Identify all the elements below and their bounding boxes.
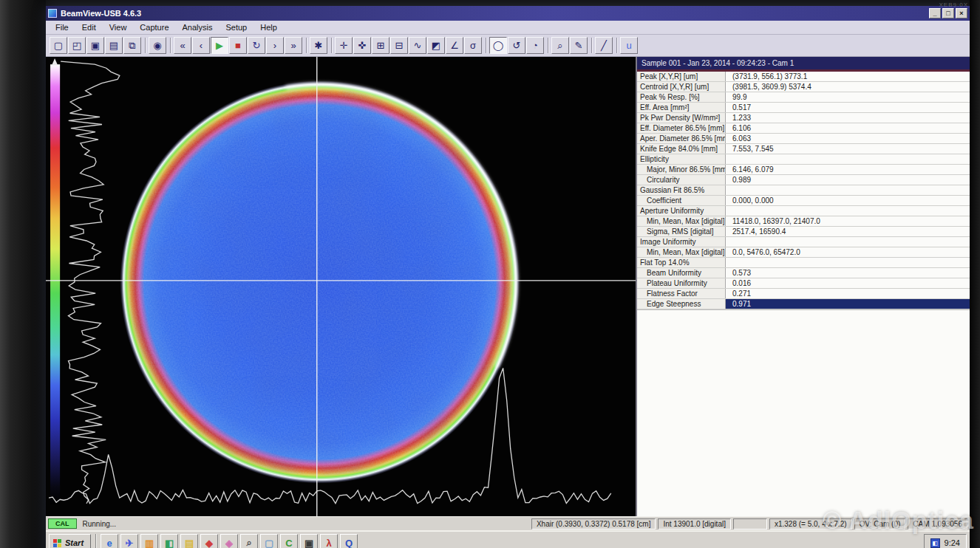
menu-setup[interactable]: Setup [219, 22, 253, 32]
stats-label: Aperture Uniformity [637, 206, 726, 216]
stats-value: 0.573 [726, 268, 970, 278]
stats-label: Circularity [637, 175, 726, 185]
taskbar-icon-1[interactable]: e [101, 534, 118, 548]
stats-label: Peak % Resp. [%] [637, 92, 726, 102]
taskbar-icon-4[interactable]: ◧ [160, 534, 178, 548]
toolbar-separator [145, 38, 146, 53]
stats-row[interactable]: Flatness Factor0.271 [637, 289, 970, 299]
stats-row[interactable]: Image Uniformity [637, 237, 970, 247]
capture-button[interactable]: ◉ [149, 37, 166, 54]
cal-badge[interactable]: CAL [48, 518, 77, 529]
stats-row[interactable]: Major, Minor 86.5% [mm]6.146, 6.079 [637, 165, 970, 175]
taskbar-icon-7[interactable]: ◈ [220, 534, 238, 548]
stats-value: 0.971 [726, 299, 970, 309]
print-button[interactable]: ▤ [105, 37, 123, 54]
stats-row[interactable]: Aperture Uniformity [637, 206, 970, 216]
clip-level-button[interactable]: ◔ [526, 37, 544, 54]
taskbar-icon-8[interactable]: ⌕ [240, 534, 258, 548]
annotate-button[interactable]: ✎ [570, 37, 588, 54]
move-crosshair-button[interactable]: ✜ [353, 37, 371, 54]
stats-row[interactable]: Coefficient0.000, 0.000 [637, 196, 970, 206]
stats-row[interactable]: Beam Uniformity0.573 [637, 268, 970, 278]
stats-row[interactable]: Pk Pwr Density [W/mm²]1.233 [637, 113, 970, 123]
aperture-circle-button[interactable]: ◯ [489, 37, 507, 54]
sigma-button[interactable]: σ [464, 37, 482, 54]
taskbar-icon-6[interactable]: ◆ [200, 534, 218, 548]
h-axis-button[interactable]: ⊞ [372, 37, 389, 54]
cursor-tools-button[interactable]: ◩ [427, 37, 445, 54]
menu-file[interactable]: File [49, 22, 75, 32]
tray-app-icon[interactable]: ◧ [930, 538, 940, 548]
next-frame-button[interactable]: › [266, 37, 284, 54]
open-button[interactable]: ◰ [68, 37, 86, 54]
stats-row[interactable]: Plateau Uniformity0.016 [637, 278, 970, 289]
stats-value [726, 258, 970, 267]
v-axis-button[interactable]: ⊟ [390, 37, 408, 54]
menu-edit[interactable]: Edit [75, 22, 103, 32]
menu-view[interactable]: View [103, 22, 134, 32]
stats-label: Knife Edge 84.0% [mm] [637, 144, 726, 154]
taskbar-icon-12[interactable]: λ [320, 534, 338, 548]
zoom-button[interactable]: ⌕ [551, 37, 569, 54]
stats-value: (3981.5, 3609.9) 5374.4 [726, 82, 970, 92]
monitor-screen: BeamView-USB 4.6.3 _□× FileEditViewCaptu… [46, 6, 970, 548]
stats-row[interactable]: Ellipticity [637, 154, 970, 165]
slope-button[interactable]: ∿ [409, 37, 426, 54]
taskbar-icon-11[interactable]: ▣ [300, 534, 318, 548]
app-icon [48, 9, 57, 18]
camera-settings-button[interactable]: ✱ [310, 37, 327, 54]
stats-row[interactable]: Knife Edge 84.0% [mm]7.553, 7.545 [637, 144, 970, 154]
taskbar-icon-9[interactable]: ▢ [260, 534, 278, 548]
taskbar-icon-2[interactable]: ✈ [120, 534, 138, 548]
stats-row[interactable]: Aper. Diameter 86.5% [mm]6.063 [637, 134, 970, 144]
stats-row[interactable]: Edge Steepness0.971 [637, 299, 970, 309]
bias-readout [733, 518, 767, 530]
stats-row[interactable]: Min, Mean, Max [digital]11418.0, 16397.0… [637, 216, 970, 227]
stats-label: Min, Mean, Max [digital] [637, 247, 726, 257]
stats-row[interactable]: Eff. Area [mm²]0.517 [637, 103, 970, 113]
stats-row[interactable]: Eff. Diameter 86.5% [mm]6.106 [637, 123, 970, 134]
crosshair-button[interactable]: ✛ [335, 37, 353, 54]
stats-row[interactable]: Peak [X,Y,R] [um](3731.9, 556.1) 3773.1 [637, 72, 970, 82]
stats-value [726, 237, 970, 247]
stats-row[interactable]: Peak % Resp. [%]99.9 [637, 92, 970, 103]
stats-row[interactable]: Flat Top 14.0% [637, 258, 970, 268]
stats-value: 0.989 [726, 175, 970, 185]
beam-image-canvas[interactable] [46, 57, 636, 516]
start-button[interactable]: Start [49, 534, 91, 548]
maximize-button[interactable]: □ [942, 8, 954, 18]
save-button[interactable]: ▣ [86, 37, 104, 54]
taskbar-icon-13[interactable]: Q [340, 534, 358, 548]
first-frame-button[interactable]: « [174, 37, 191, 54]
taskbar-icon-3[interactable]: ▥ [140, 534, 158, 548]
refresh-button[interactable]: ↻ [248, 37, 265, 54]
cam-readout: CAM 1.093056 [908, 518, 967, 530]
menu-help[interactable]: Help [253, 22, 284, 32]
prev-frame-button[interactable]: ‹ [192, 37, 210, 54]
stats-value: (3731.9, 556.1) 3773.1 [726, 72, 970, 81]
fit-line-button[interactable]: ∠ [446, 37, 463, 54]
record-button[interactable]: ■ [229, 37, 247, 54]
stats-row[interactable]: Centroid [X,Y,R] [um](3981.5, 3609.9) 53… [637, 82, 970, 92]
taskbar-icon-10[interactable]: C [280, 534, 298, 548]
sample-header: Sample 001 - Jan 23, 2014 - 09:24:23 - C… [637, 57, 970, 72]
last-frame-button[interactable]: » [285, 37, 302, 54]
copy-button[interactable]: ⧉ [123, 37, 141, 54]
stats-row[interactable]: Circularity0.989 [637, 175, 970, 185]
new-button[interactable]: ▢ [50, 37, 67, 54]
line-tool-button[interactable]: ╱ [595, 37, 613, 54]
minimize-button[interactable]: _ [929, 8, 941, 18]
camera-osd-text: XEB9:0X [939, 1, 968, 8]
stats-row[interactable]: Gaussian Fit 86.5% [637, 185, 970, 196]
rotate-button[interactable]: ↺ [508, 37, 525, 54]
misc-button[interactable]: u [620, 37, 638, 54]
menu-analysis[interactable]: Analysis [176, 22, 220, 32]
play-button[interactable]: ▶ [211, 37, 228, 54]
taskbar-clock: 9:24 [945, 538, 960, 547]
taskbar-icon-5[interactable]: ▤ [180, 534, 198, 548]
stats-row[interactable]: Sigma, RMS [digital]2517.4, 16590.4 [637, 227, 970, 237]
close-button[interactable]: × [956, 8, 967, 18]
title-bar[interactable]: BeamView-USB 4.6.3 _□× [46, 6, 970, 21]
stats-row[interactable]: Min, Mean, Max [digital]0.0, 5476.0, 654… [637, 247, 970, 258]
menu-capture[interactable]: Capture [133, 22, 175, 32]
